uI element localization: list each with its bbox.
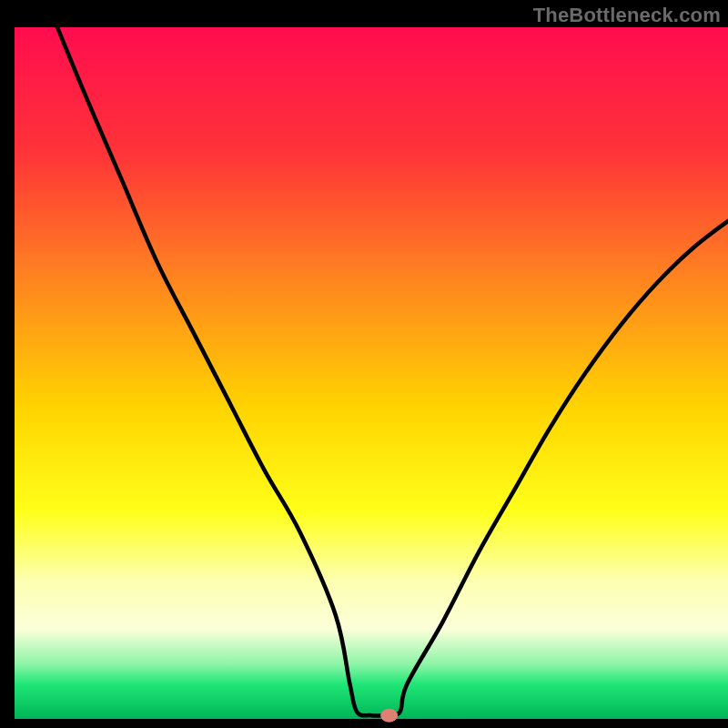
bottleneck-chart [0, 0, 728, 728]
chart-stage: TheBottleneck.com [0, 0, 728, 728]
plot-background [15, 27, 728, 719]
optimum-marker [381, 709, 398, 722]
watermark-text: TheBottleneck.com [533, 4, 721, 27]
